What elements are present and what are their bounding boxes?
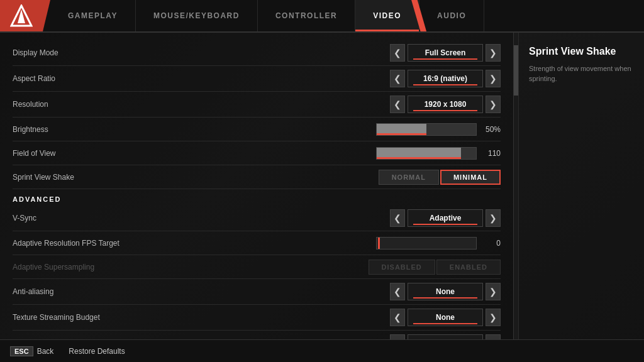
setting-row-texture-streaming: Texture Streaming Budget ❮ None ❯ [13, 305, 501, 331]
main-content: Display Mode ❮ Full Screen ❯ Aspect Rati… [0, 33, 644, 339]
fov-slider-container: 110 [151, 147, 501, 160]
texture-streaming-prev[interactable]: ❮ [390, 309, 405, 326]
display-mode-prev[interactable]: ❮ [390, 44, 405, 62]
setting-row-sprint-view-shake: Sprint View Shake Normal Minimal [13, 165, 501, 189]
resolution-selector: ❮ 1920 x 1080 ❯ [390, 96, 501, 113]
resolution-underline [413, 110, 477, 111]
adaptive-super-enabled: Enabled [436, 260, 501, 275]
texture-filtering-next[interactable]: ❯ [486, 334, 501, 339]
aspect-ratio-prev[interactable]: ❮ [390, 70, 405, 87]
brightness-slider-container: 50% [151, 123, 501, 136]
fov-slider-track[interactable] [376, 147, 477, 160]
description-panel: Sprint View Shake Strength of view movem… [518, 33, 644, 339]
anti-aliasing-prev[interactable]: ❮ [390, 283, 405, 300]
brightness-fill-red [377, 133, 426, 135]
sprint-view-shake-normal[interactable]: Normal [379, 170, 439, 185]
display-mode-value: Full Screen [408, 44, 483, 62]
vsync-label: V-Sync [13, 214, 151, 222]
aspect-ratio-label: Aspect Ratio [13, 74, 151, 83]
vsync-underline [413, 224, 477, 225]
texture-filtering-prev[interactable]: ❮ [390, 334, 405, 339]
setting-row-resolution: Resolution ❮ 1920 x 1080 ❯ [13, 92, 501, 118]
adaptive-super-toggle: Disabled Enabled [369, 260, 501, 275]
texture-streaming-control: ❮ None ❯ [151, 309, 501, 326]
app-container: GAMEPLAY MOUSE/KEYBOARD CONTROLLER VIDEO… [0, 0, 644, 362]
fov-label: Field of View [13, 149, 151, 158]
adaptive-res-marker [378, 238, 380, 249]
setting-row-display-mode: Display Mode ❮ Full Screen ❯ [13, 40, 501, 66]
description-text: Strength of view movement when sprinting… [529, 63, 634, 84]
fov-fill-red [377, 157, 461, 159]
back-label: Back [37, 347, 54, 356]
sprint-view-shake-label: Sprint View Shake [13, 173, 151, 182]
resolution-prev[interactable]: ❮ [390, 96, 405, 113]
display-mode-label: Display Mode [13, 48, 151, 57]
brightness-slider-track[interactable] [376, 123, 477, 136]
header: GAMEPLAY MOUSE/KEYBOARD CONTROLLER VIDEO… [0, 0, 644, 33]
tab-audio[interactable]: AUDIO [419, 0, 484, 31]
brightness-control: 50% [151, 123, 501, 136]
display-mode-next[interactable]: ❯ [486, 44, 501, 62]
aspect-ratio-next[interactable]: ❯ [486, 70, 501, 87]
tab-gameplay[interactable]: GAMEPLAY [50, 0, 136, 31]
settings-panel: Display Mode ❮ Full Screen ❯ Aspect Rati… [0, 33, 513, 339]
sprint-view-shake-toggle: Normal Minimal [379, 170, 501, 185]
display-mode-selector: ❮ Full Screen ❯ [390, 44, 501, 62]
brightness-value: 50% [482, 125, 501, 134]
setting-row-aspect-ratio: Aspect Ratio ❮ 16:9 (native) ❯ [13, 66, 501, 92]
esc-key: ESC [10, 346, 33, 356]
scrollbar[interactable] [513, 33, 518, 339]
description-title: Sprint View Shake [529, 45, 634, 58]
resolution-label: Resolution [13, 100, 151, 109]
texture-filtering-control: ❮ Bilinear ❯ [151, 334, 501, 339]
setting-row-texture-filtering: Texture Filtering ❮ Bilinear ❯ [13, 331, 501, 339]
resolution-next[interactable]: ❯ [486, 96, 501, 113]
setting-row-fov: Field of View 110 [13, 141, 501, 165]
setting-row-vsync: V-Sync ❮ Adaptive ❯ [13, 206, 501, 231]
adaptive-res-value: 0 [482, 239, 501, 248]
tab-video[interactable]: VIDEO [355, 0, 419, 31]
advanced-section-header: ADVANCED [13, 189, 501, 206]
vsync-prev[interactable]: ❮ [390, 209, 405, 227]
texture-filtering-value: Bilinear [408, 334, 483, 339]
back-button[interactable]: ESC Back [10, 346, 53, 356]
texture-filtering-selector: ❮ Bilinear ❯ [390, 334, 501, 339]
adaptive-res-label: Adaptive Resolution FPS Target [13, 239, 151, 248]
nav-tabs: GAMEPLAY MOUSE/KEYBOARD CONTROLLER VIDEO… [50, 0, 644, 31]
sprint-view-shake-minimal[interactable]: Minimal [440, 170, 501, 185]
aspect-ratio-value: 16:9 (native) [408, 70, 483, 87]
aspect-ratio-selector: ❮ 16:9 (native) ❯ [390, 70, 501, 87]
adaptive-super-disabled: Disabled [369, 260, 435, 275]
tab-controller[interactable]: CONTROLLER [258, 0, 355, 31]
adaptive-res-slider-container: 0 [151, 237, 501, 250]
restore-defaults-button[interactable]: Restore Defaults [69, 347, 125, 356]
adaptive-super-control: Disabled Enabled [151, 260, 501, 275]
sprint-view-shake-control: Normal Minimal [151, 170, 501, 185]
scrollbar-thumb[interactable] [514, 45, 518, 96]
display-mode-underline [413, 58, 477, 60]
adaptive-res-track[interactable] [376, 237, 477, 250]
vsync-selector: ❮ Adaptive ❯ [390, 209, 501, 227]
setting-row-brightness: Brightness 50% [13, 118, 501, 141]
restore-defaults-label: Restore Defaults [69, 347, 125, 356]
texture-streaming-value: None [408, 309, 483, 326]
tab-mouse-keyboard[interactable]: MOUSE/KEYBOARD [136, 0, 258, 31]
aspect-ratio-control: ❮ 16:9 (native) ❯ [151, 70, 501, 87]
resolution-control: ❮ 1920 x 1080 ❯ [151, 96, 501, 113]
logo-area [0, 0, 50, 31]
vsync-control: ❮ Adaptive ❯ [151, 209, 501, 227]
anti-aliasing-next[interactable]: ❯ [486, 283, 501, 300]
anti-aliasing-label: Anti-aliasing [13, 287, 151, 296]
display-mode-control: ❮ Full Screen ❯ [151, 44, 501, 62]
texture-streaming-underline [413, 323, 477, 324]
vsync-next[interactable]: ❯ [486, 209, 501, 227]
texture-streaming-selector: ❮ None ❯ [390, 309, 501, 326]
apex-logo [10, 4, 33, 27]
fov-value: 110 [482, 149, 501, 158]
texture-streaming-next[interactable]: ❯ [486, 309, 501, 326]
resolution-value: 1920 x 1080 [408, 96, 483, 113]
vsync-value: Adaptive [408, 209, 483, 227]
setting-row-anti-aliasing: Anti-aliasing ❮ None ❯ [13, 279, 501, 305]
brightness-label: Brightness [13, 125, 151, 134]
setting-row-adaptive-res: Adaptive Resolution FPS Target 0 [13, 231, 501, 255]
